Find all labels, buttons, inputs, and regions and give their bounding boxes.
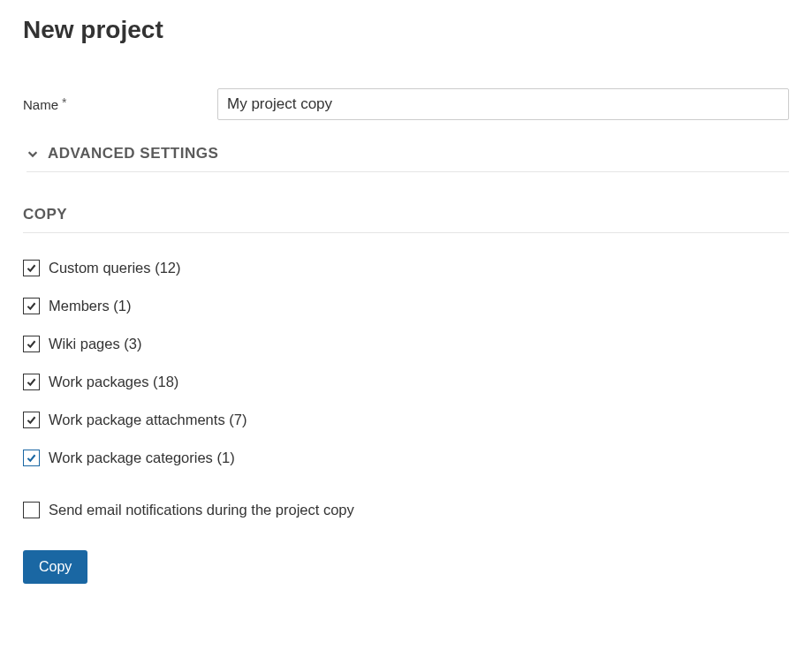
copy-option-label[interactable]: Work package categories (1): [49, 450, 235, 466]
copy-option-checkbox[interactable]: [23, 298, 40, 314]
copy-section-header: Copy: [23, 206, 789, 233]
copy-option-label[interactable]: Wiki pages (3): [49, 336, 141, 352]
advanced-settings-label: Advanced settings: [48, 145, 218, 162]
project-name-input[interactable]: [217, 88, 789, 120]
advanced-settings-toggle[interactable]: Advanced settings: [27, 145, 789, 172]
page-title: New project: [23, 16, 789, 44]
copy-options-list: Custom queries (12)Members (1)Wiki pages…: [23, 260, 789, 466]
required-indicator: *: [62, 95, 66, 110]
copy-option-row: Members (1): [23, 298, 789, 314]
copy-option-checkbox[interactable]: [23, 412, 40, 428]
copy-option-row: Work packages (18): [23, 374, 789, 390]
copy-option-checkbox[interactable]: [23, 336, 40, 352]
copy-option-label[interactable]: Members (1): [49, 298, 132, 314]
notify-checkbox[interactable]: [23, 502, 40, 518]
copy-option-checkbox[interactable]: [23, 374, 40, 390]
name-field-row: Name *: [23, 88, 789, 120]
copy-option-label[interactable]: Work packages (18): [49, 374, 178, 390]
copy-option-label[interactable]: Work package attachments (7): [49, 412, 247, 428]
copy-option-row: Wiki pages (3): [23, 336, 789, 352]
copy-option-row: Work package categories (1): [23, 450, 789, 466]
copy-option-label[interactable]: Custom queries (12): [49, 260, 180, 276]
name-label: Name: [23, 97, 58, 112]
notify-label[interactable]: Send email notifications during the proj…: [49, 502, 354, 518]
copy-option-checkbox[interactable]: [23, 450, 40, 466]
copy-button[interactable]: Copy: [23, 550, 87, 584]
chevron-down-icon: [27, 147, 39, 160]
copy-option-checkbox[interactable]: [23, 260, 40, 276]
copy-option-row: Custom queries (12): [23, 260, 789, 276]
notify-option-row: Send email notifications during the proj…: [23, 502, 789, 518]
copy-option-row: Work package attachments (7): [23, 412, 789, 428]
name-label-col: Name *: [23, 97, 217, 112]
